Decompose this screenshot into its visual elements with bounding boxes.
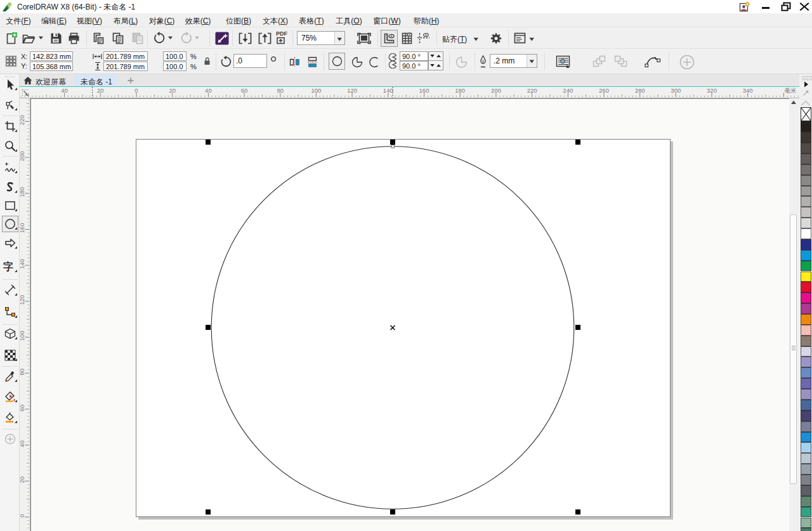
svg-text:0: 0 [20, 514, 25, 517]
svg-text:100: 100 [311, 87, 321, 94]
svg-text:120: 120 [347, 87, 357, 94]
svg-text:300: 300 [671, 87, 681, 94]
svg-text:140: 140 [20, 259, 25, 269]
svg-text:180: 180 [455, 87, 465, 94]
svg-text:160: 160 [419, 87, 429, 94]
svg-text:40: 40 [20, 440, 25, 447]
svg-text:160: 160 [20, 223, 25, 233]
svg-text:100: 100 [20, 331, 25, 341]
svg-text:毫米: 毫米 [785, 87, 797, 94]
svg-text:280: 280 [635, 87, 645, 94]
svg-text:20: 20 [97, 87, 104, 94]
svg-text:240: 240 [563, 87, 573, 94]
svg-text:140: 140 [383, 87, 393, 94]
svg-text:180: 180 [20, 187, 25, 197]
svg-text:0: 0 [134, 87, 138, 94]
svg-text:80: 80 [277, 87, 284, 94]
svg-text:80: 80 [20, 369, 25, 376]
svg-text:60: 60 [241, 87, 248, 94]
svg-text:120: 120 [20, 295, 25, 305]
svg-text:60: 60 [20, 405, 25, 412]
svg-text:200: 200 [20, 151, 25, 161]
svg-text:20: 20 [20, 476, 25, 483]
svg-text:200: 200 [491, 87, 501, 94]
svg-text:20: 20 [169, 87, 176, 94]
svg-text:40: 40 [205, 87, 212, 94]
svg-text:220: 220 [527, 87, 537, 94]
svg-text:260: 260 [599, 87, 609, 94]
svg-text:220: 220 [20, 115, 25, 125]
svg-text:320: 320 [707, 87, 717, 94]
svg-text:340: 340 [743, 87, 753, 94]
svg-text:40: 40 [61, 87, 68, 94]
